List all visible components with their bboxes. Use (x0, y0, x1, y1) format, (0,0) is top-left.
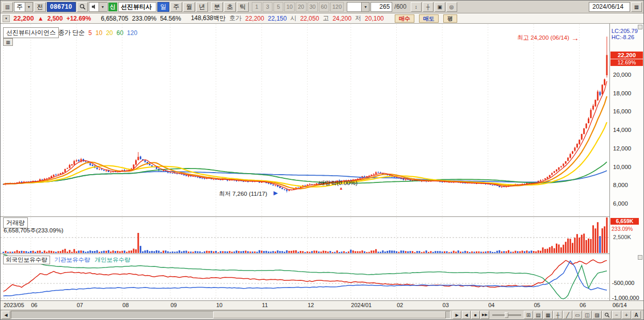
credit-badge: 신 (108, 3, 117, 11)
dividend-marker-icon: ▲ (339, 186, 343, 191)
split-screen-icon[interactable]: ◫ (583, 311, 592, 319)
indicator-icon[interactable]: ▦ (543, 311, 553, 319)
zoom-out-button[interactable]: − (612, 311, 621, 319)
settings-gear-icon[interactable]: ◎ (446, 2, 457, 12)
sell-button[interactable]: 매도 (419, 14, 439, 23)
minute-20-button[interactable]: 20 (296, 2, 306, 12)
fast-forward-button[interactable]: ▶▶ (480, 311, 489, 319)
period-month-button[interactable]: 월 (183, 2, 195, 12)
save-image-icon[interactable]: ▤ (534, 311, 543, 319)
period-year-button[interactable]: 년 (196, 2, 208, 12)
chart-area[interactable]: 선진뷰티사이언스 ▦ 종가 단순 5 10 20 60 120 최고 24,20… (1, 24, 643, 310)
chevron-down-icon: ▼ (99, 3, 106, 11)
compare-chart-icon[interactable]: ↕ (411, 2, 422, 12)
bar-total-label: /600 (394, 3, 406, 10)
quote-menu-icon[interactable]: ▼ (3, 15, 10, 22)
ma120-legend: 120 (127, 29, 137, 37)
price-axis: LC:205.79 HC:-8.26 22,200 12.69% 6,659K … (609, 24, 643, 300)
current-price: 22,200 (13, 14, 34, 22)
bid-price: 22,150 (268, 15, 287, 22)
collapse-icon[interactable] (638, 25, 642, 29)
interval-combo[interactable]: ▼ (347, 2, 369, 12)
minute-120-button[interactable]: 120 (330, 2, 344, 12)
volume-pct-label: 233.09% (611, 226, 633, 232)
ma60-legend: 60 (117, 29, 123, 37)
date-input[interactable]: 2024/06/14 (589, 2, 630, 12)
prev-stock-button[interactable]: 전 (34, 2, 46, 12)
calendar-icon[interactable]: ▦ (631, 2, 642, 12)
holdings-axis-label: -500,000 (612, 280, 634, 286)
trendline-icon[interactable]: ╱ (563, 311, 572, 319)
low-arrow-icon: ▶ (273, 190, 278, 196)
alert-sound-combo[interactable]: ▼ (89, 2, 107, 12)
period-second-button[interactable]: 초 (224, 2, 236, 12)
date-axis-label: 09 (170, 302, 176, 308)
period-week-button[interactable]: 주 (170, 2, 182, 12)
scrollbar-thumb[interactable] (213, 311, 446, 318)
ma5-legend: 5 (88, 29, 92, 37)
font-size-button[interactable]: A (632, 311, 641, 319)
chart-tool-icon[interactable]: ▦ (3, 38, 13, 46)
margin-icon[interactable]: ⊞ (524, 311, 533, 319)
trade-value: 148,638백만 (191, 14, 226, 23)
stock-chart-window: ▥ 주 ▼ 전 086710 ▼ 신 선진뷰티사 일 주 월 년 분 초 틱 1… (0, 0, 644, 320)
period-day-button[interactable]: 일 (157, 2, 169, 12)
date-axis-label: 06 (579, 302, 586, 308)
low-annotation: 최저 7,260 (11/17) (219, 190, 267, 198)
price-axis-label: 6,000 (613, 200, 628, 207)
period-tick-button[interactable]: 틱 (237, 2, 249, 12)
date-axis-label: 04 (488, 302, 494, 308)
minute-60-button[interactable]: 60 (319, 2, 329, 12)
ma10-legend: 10 (95, 29, 102, 37)
save-chart-icon[interactable]: ▣ (434, 2, 445, 12)
zoom-area-icon[interactable]: ▭ (573, 311, 582, 319)
high-annotation: 최고 24,200 (06/14) → (517, 34, 579, 42)
stock-code-input[interactable]: 086710 (47, 2, 76, 12)
bottom-toolbar: ◀ ▶ ◀ ■ ▶▶ ⊞▤▦┼╱▭◫▨−+A (1, 310, 643, 319)
collapse-icon[interactable] (638, 255, 642, 260)
period-minute-button[interactable]: 분 (211, 2, 223, 12)
stock-type-combo[interactable]: 주 ▼ (14, 2, 33, 12)
volume-current-box: 6,659K (610, 218, 639, 225)
search-icon[interactable] (77, 2, 88, 12)
bar-count-input[interactable]: 265 (371, 2, 392, 12)
minute-10-button[interactable]: 10 (284, 2, 295, 12)
chevron-down-icon: ▼ (25, 3, 33, 11)
price-change-pct: +12.69% (67, 15, 91, 22)
foreigner-legend[interactable]: 외국인보유수량 (3, 256, 50, 264)
avg-button[interactable]: 평 (443, 14, 457, 23)
date-axis-label: 08 (122, 302, 128, 308)
step-back-button[interactable]: ◀ (462, 311, 471, 319)
high-annotation-text: 최고 24,200 (06/14) (517, 34, 569, 42)
buy-button[interactable]: 매수 (395, 14, 414, 23)
minute-30-button[interactable]: 30 (308, 2, 318, 12)
date-axis: 06/14 2023/05060708091011122024/01020304… (1, 300, 643, 310)
stop-button[interactable]: ■ (471, 311, 480, 319)
ma-legend: 종가 단순 5 10 20 60 120 (58, 28, 137, 37)
minute-1-button[interactable]: 1 (252, 2, 262, 12)
up-arrow-icon: ▲ (38, 15, 44, 22)
scroll-left-button[interactable]: ◀ (2, 311, 10, 319)
slider-thumb[interactable] (505, 312, 508, 318)
minute-3-button[interactable]: 3 (263, 2, 272, 12)
bar-width-slider[interactable] (492, 314, 521, 316)
price-axis-label: 8,000 (613, 182, 628, 188)
crosshair-icon[interactable]: ┼ (553, 311, 562, 319)
magnifier-icon[interactable] (602, 311, 611, 319)
institution-legend[interactable]: 기관보유수량 (55, 256, 90, 264)
open-label: 시 (291, 14, 297, 23)
price-change: 2,500 (47, 15, 63, 22)
chart-scrollbar[interactable] (11, 311, 450, 319)
date-axis-label: 12 (308, 302, 314, 308)
zoom-in-button[interactable]: + (622, 311, 631, 319)
pattern-icon[interactable]: ▨ (592, 311, 602, 319)
individual-legend[interactable]: 개인보유수량 (95, 256, 131, 264)
legend-prefix: 종가 단순 (58, 28, 85, 37)
scroll-right-button[interactable]: ▶ (453, 311, 461, 319)
date-axis-label: 06 (31, 302, 37, 308)
draw-tool-icon[interactable]: ┼ (423, 2, 433, 12)
price-axis-label: 18,000 (613, 90, 631, 96)
volume-ratio: 233.09% (132, 15, 156, 22)
chart-menu-icon[interactable]: ▥ (2, 2, 13, 12)
minute-5-button[interactable]: 5 (273, 2, 283, 12)
